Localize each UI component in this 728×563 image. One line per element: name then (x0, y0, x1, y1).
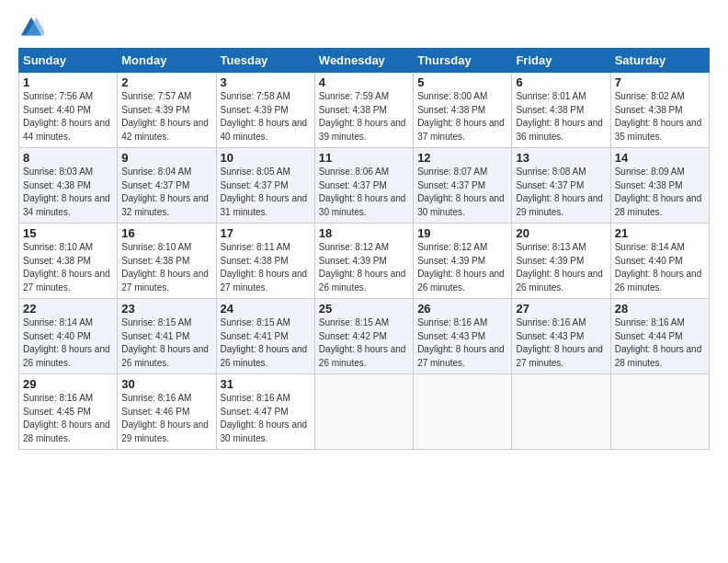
calendar-cell: 12 Sunrise: 8:07 AMSunset: 4:37 PMDaylig… (414, 148, 512, 224)
day-info: Sunrise: 8:12 AMSunset: 4:39 PMDaylight:… (319, 241, 409, 294)
calendar-cell: 11 Sunrise: 8:06 AMSunset: 4:37 PMDaylig… (314, 148, 413, 224)
calendar-cell: 25 Sunrise: 8:15 AMSunset: 4:42 PMDaylig… (314, 299, 413, 374)
day-number: 2 (121, 75, 211, 89)
day-info: Sunrise: 8:10 AMSunset: 4:38 PMDaylight:… (121, 241, 211, 294)
day-info: Sunrise: 8:03 AMSunset: 4:38 PMDaylight:… (23, 166, 113, 219)
week-row-4: 22 Sunrise: 8:14 AMSunset: 4:40 PMDaylig… (19, 299, 710, 374)
day-number: 25 (319, 302, 409, 316)
weekday-header-saturday: Saturday (610, 49, 709, 73)
day-number: 13 (516, 151, 606, 165)
day-info: Sunrise: 7:59 AMSunset: 4:38 PMDaylight:… (319, 90, 409, 144)
weekday-header-tuesday: Tuesday (216, 49, 314, 73)
day-info: Sunrise: 8:13 AMSunset: 4:39 PMDaylight:… (516, 241, 606, 294)
calendar-cell: 4 Sunrise: 7:59 AMSunset: 4:38 PMDayligh… (314, 73, 413, 148)
weekday-header-monday: Monday (118, 49, 216, 73)
day-info: Sunrise: 8:02 AMSunset: 4:38 PMDaylight:… (615, 90, 705, 144)
week-row-3: 15 Sunrise: 8:10 AMSunset: 4:38 PMDaylig… (19, 224, 710, 299)
day-number: 1 (23, 75, 113, 89)
calendar-cell: 31 Sunrise: 8:16 AMSunset: 4:47 PMDaylig… (216, 374, 314, 450)
calendar-cell: 9 Sunrise: 8:04 AMSunset: 4:37 PMDayligh… (118, 148, 216, 224)
calendar-cell: 27 Sunrise: 8:16 AMSunset: 4:43 PMDaylig… (512, 299, 610, 374)
day-number: 3 (221, 75, 311, 89)
day-number: 15 (23, 226, 113, 240)
calendar-cell: 24 Sunrise: 8:15 AMSunset: 4:41 PMDaylig… (216, 299, 314, 374)
day-info: Sunrise: 8:15 AMSunset: 4:41 PMDaylight:… (121, 316, 211, 370)
calendar-cell: 1 Sunrise: 7:56 AMSunset: 4:40 PMDayligh… (19, 73, 118, 148)
calendar-cell: 20 Sunrise: 8:13 AMSunset: 4:39 PMDaylig… (512, 224, 610, 299)
day-number: 28 (615, 302, 705, 316)
calendar-cell: 2 Sunrise: 7:57 AMSunset: 4:39 PMDayligh… (118, 73, 216, 148)
calendar-cell: 6 Sunrise: 8:01 AMSunset: 4:38 PMDayligh… (512, 73, 610, 148)
day-number: 29 (23, 377, 113, 391)
day-info: Sunrise: 7:56 AMSunset: 4:40 PMDaylight:… (23, 90, 113, 144)
logo (18, 15, 48, 40)
calendar-table: SundayMondayTuesdayWednesdayThursdayFrid… (18, 48, 710, 450)
calendar-cell: 5 Sunrise: 8:00 AMSunset: 4:38 PMDayligh… (414, 73, 512, 148)
logo-icon (18, 15, 44, 40)
weekday-header-friday: Friday (512, 49, 610, 73)
calendar-cell: 19 Sunrise: 8:12 AMSunset: 4:39 PMDaylig… (414, 224, 512, 299)
day-number: 31 (221, 377, 311, 391)
day-number: 12 (417, 151, 507, 165)
day-info: Sunrise: 8:01 AMSunset: 4:38 PMDaylight:… (516, 90, 606, 144)
week-row-1: 1 Sunrise: 7:56 AMSunset: 4:40 PMDayligh… (19, 73, 710, 148)
day-info: Sunrise: 8:11 AMSunset: 4:38 PMDaylight:… (221, 241, 311, 294)
day-number: 23 (121, 302, 211, 316)
page-container: SundayMondayTuesdayWednesdayThursdayFrid… (0, 0, 728, 459)
day-number: 9 (121, 151, 211, 165)
day-number: 8 (23, 151, 113, 165)
day-info: Sunrise: 7:58 AMSunset: 4:39 PMDaylight:… (221, 90, 311, 144)
day-info: Sunrise: 8:04 AMSunset: 4:37 PMDaylight:… (121, 166, 211, 219)
calendar-cell: 23 Sunrise: 8:15 AMSunset: 4:41 PMDaylig… (118, 299, 216, 374)
day-info: Sunrise: 8:16 AMSunset: 4:44 PMDaylight:… (615, 316, 705, 370)
day-number: 26 (417, 302, 507, 316)
calendar-cell: 21 Sunrise: 8:14 AMSunset: 4:40 PMDaylig… (610, 224, 709, 299)
day-number: 30 (121, 377, 211, 391)
day-info: Sunrise: 8:12 AMSunset: 4:39 PMDaylight:… (417, 241, 507, 294)
day-info: Sunrise: 8:08 AMSunset: 4:37 PMDaylight:… (516, 166, 606, 219)
calendar-cell: 3 Sunrise: 7:58 AMSunset: 4:39 PMDayligh… (216, 73, 314, 148)
calendar-cell: 26 Sunrise: 8:16 AMSunset: 4:43 PMDaylig… (414, 299, 512, 374)
day-number: 20 (516, 226, 606, 240)
day-info: Sunrise: 8:14 AMSunset: 4:40 PMDaylight:… (615, 241, 705, 294)
calendar-cell: 13 Sunrise: 8:08 AMSunset: 4:37 PMDaylig… (512, 148, 610, 224)
day-info: Sunrise: 8:16 AMSunset: 4:45 PMDaylight:… (23, 392, 113, 445)
calendar-cell: 7 Sunrise: 8:02 AMSunset: 4:38 PMDayligh… (610, 73, 709, 148)
day-number: 11 (319, 151, 409, 165)
day-info: Sunrise: 8:07 AMSunset: 4:37 PMDaylight:… (417, 166, 507, 219)
day-info: Sunrise: 8:06 AMSunset: 4:37 PMDaylight:… (319, 166, 409, 219)
day-number: 4 (319, 75, 409, 89)
day-number: 5 (417, 75, 507, 89)
week-row-5: 29 Sunrise: 8:16 AMSunset: 4:45 PMDaylig… (19, 374, 710, 450)
day-number: 27 (516, 302, 606, 316)
day-number: 19 (417, 226, 507, 240)
day-number: 17 (221, 226, 311, 240)
calendar-cell: 8 Sunrise: 8:03 AMSunset: 4:38 PMDayligh… (19, 148, 118, 224)
calendar-cell: 28 Sunrise: 8:16 AMSunset: 4:44 PMDaylig… (610, 299, 709, 374)
calendar-cell: 29 Sunrise: 8:16 AMSunset: 4:45 PMDaylig… (19, 374, 118, 450)
calendar-cell: 10 Sunrise: 8:05 AMSunset: 4:37 PMDaylig… (216, 148, 314, 224)
calendar-cell: 15 Sunrise: 8:10 AMSunset: 4:38 PMDaylig… (19, 224, 118, 299)
calendar-cell: 18 Sunrise: 8:12 AMSunset: 4:39 PMDaylig… (314, 224, 413, 299)
day-info: Sunrise: 8:16 AMSunset: 4:47 PMDaylight:… (221, 392, 311, 445)
calendar-cell: 22 Sunrise: 8:14 AMSunset: 4:40 PMDaylig… (19, 299, 118, 374)
calendar-cell (414, 374, 512, 450)
day-number: 24 (221, 302, 311, 316)
day-number: 16 (121, 226, 211, 240)
day-number: 21 (615, 226, 705, 240)
header (18, 15, 710, 40)
day-number: 7 (615, 75, 705, 89)
day-info: Sunrise: 8:16 AMSunset: 4:46 PMDaylight:… (121, 392, 211, 445)
day-number: 18 (319, 226, 409, 240)
day-info: Sunrise: 8:05 AMSunset: 4:37 PMDaylight:… (221, 166, 311, 219)
calendar-cell: 14 Sunrise: 8:09 AMSunset: 4:38 PMDaylig… (610, 148, 709, 224)
weekday-header-thursday: Thursday (414, 49, 512, 73)
weekday-header-sunday: Sunday (19, 49, 118, 73)
day-info: Sunrise: 8:15 AMSunset: 4:42 PMDaylight:… (319, 316, 409, 370)
calendar-cell: 30 Sunrise: 8:16 AMSunset: 4:46 PMDaylig… (118, 374, 216, 450)
day-number: 6 (516, 75, 606, 89)
day-info: Sunrise: 8:10 AMSunset: 4:38 PMDaylight:… (23, 241, 113, 294)
week-row-2: 8 Sunrise: 8:03 AMSunset: 4:38 PMDayligh… (19, 148, 710, 224)
day-number: 14 (615, 151, 705, 165)
calendar-cell: 16 Sunrise: 8:10 AMSunset: 4:38 PMDaylig… (118, 224, 216, 299)
